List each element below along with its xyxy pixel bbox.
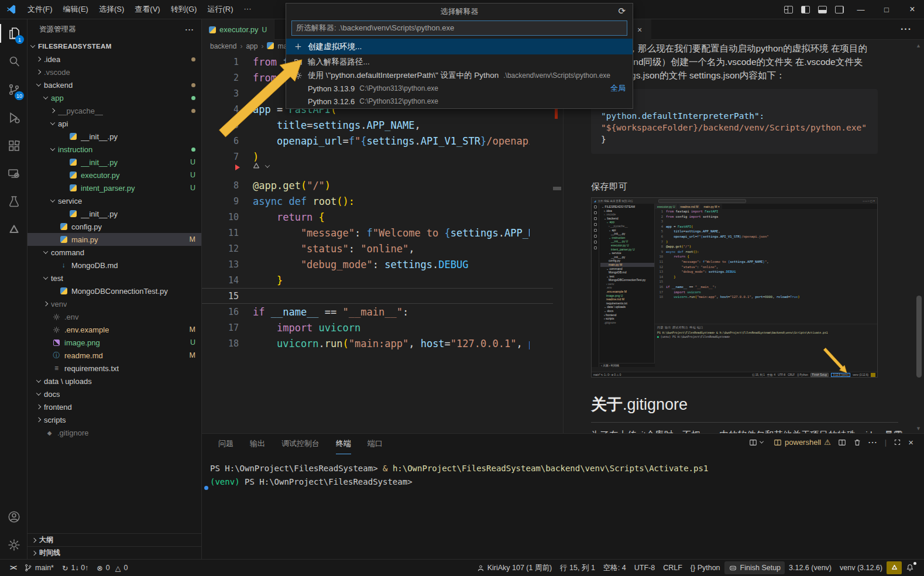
kill-terminal-icon[interactable] — [853, 438, 861, 447]
status-right-7[interactable]: 3.12.6 (venv) — [785, 561, 836, 574]
launch-profile-button[interactable] — [749, 438, 767, 447]
toggle-sidebar-icon[interactable] — [801, 6, 810, 13]
tree-item-filesreadsysteam[interactable]: FILESREADSYSTEAM — [28, 40, 201, 53]
maximize-panel-icon[interactable] — [894, 438, 901, 446]
tree-item-venv[interactable]: venv — [28, 297, 201, 310]
activity-source-control[interactable]: 10 — [0, 76, 28, 104]
command-decoration-dot[interactable] — [204, 486, 208, 490]
menu-6[interactable]: ··· — [238, 4, 256, 13]
panel-more-actions[interactable]: ··· — [868, 438, 878, 447]
status-right-2[interactable]: 空格: 4 — [599, 561, 630, 574]
menu-5[interactable]: 运行(R) — [202, 4, 238, 15]
quickpick-item-2[interactable]: 使用 \"python.defaultInterpreterPath\" 设置中… — [286, 69, 633, 82]
minimize-button[interactable]: — — [849, 0, 873, 19]
tree-item-.env[interactable]: .env — [28, 310, 201, 323]
editor-scrollbar[interactable] — [553, 53, 563, 433]
tree-item-main.py[interactable]: main.pyM — [28, 233, 201, 246]
terminal-output[interactable]: PS H:\OwnProject\FilesReadSysteam> & h:\… — [202, 462, 708, 489]
split-terminal-icon[interactable] — [838, 438, 846, 447]
menu-3[interactable]: 查看(V) — [129, 4, 165, 15]
quickpick-item-1[interactable]: 输入解释器路径... — [286, 54, 633, 69]
preview-more-actions[interactable]: ··· — [901, 24, 912, 35]
panel-tab-问题[interactable]: 问题 — [218, 434, 233, 454]
status-right-copilot[interactable]: Finish Setup — [724, 561, 785, 574]
activity-account[interactable] — [0, 503, 28, 531]
tree-item-requirements.txt[interactable]: ≡requirements.txt — [28, 362, 201, 375]
menu-2[interactable]: 选择(S) — [94, 4, 129, 15]
tree-item-__init__.py[interactable]: __init__.py — [28, 130, 201, 143]
quickpick-item-0[interactable]: 创建虚拟环境... — [286, 39, 633, 54]
activity-run-debug[interactable] — [0, 104, 28, 132]
menu-4[interactable]: 转到(G) — [166, 4, 202, 15]
quickpick-item-3[interactable]: Python 3.13.9C:\Python313\python.exe全局 — [286, 82, 633, 95]
tree-item-mongodb.md[interactable]: ↓MongoDB.md — [28, 259, 201, 272]
tree-item-service[interactable]: service — [28, 194, 201, 207]
tree-item-frontend[interactable]: frontend — [28, 400, 201, 413]
toggle-secondary-sidebar-icon[interactable] — [835, 6, 844, 13]
tree-item-.env.example[interactable]: .env.exampleM — [28, 323, 201, 336]
breadcrumb-item[interactable]: app — [246, 42, 257, 50]
status-right-4[interactable]: CRLF — [659, 561, 686, 574]
tree-item-scripts[interactable]: scripts — [28, 413, 201, 426]
activity-testing[interactable] — [0, 188, 28, 216]
scrollbar-thumb[interactable] — [553, 187, 561, 190]
tree-item-__pycache__[interactable]: __pycache__ — [28, 104, 201, 117]
sidebar-section-大纲[interactable]: 大纲 — [28, 533, 201, 546]
panel-tab-端口[interactable]: 端口 — [367, 434, 383, 454]
status-errwarn[interactable]: ⊗0△0 — [92, 561, 132, 574]
status-right-3[interactable]: UTF-8 — [630, 561, 659, 574]
close-panel-icon[interactable]: × — [908, 437, 913, 447]
activity-settings[interactable] — [0, 531, 28, 559]
tree-item-test[interactable]: test — [28, 272, 201, 284]
tree-item-__init__.py[interactable]: __init__.pyU — [28, 156, 201, 169]
status-branch[interactable]: main* — [20, 561, 58, 574]
activity-remote[interactable] — [0, 160, 28, 188]
activity-search[interactable] — [0, 47, 28, 76]
tree-item-api[interactable]: api — [28, 117, 201, 130]
quickpick-item-4[interactable]: Python 3.12.6C:\Python312\python.exe — [286, 95, 633, 108]
activity-ai[interactable] — [0, 216, 28, 244]
tab-executor-py[interactable]: executor.py U — [202, 19, 274, 40]
tree-item-.gitignore[interactable]: ◆.gitignore — [28, 426, 201, 439]
activity-explorer[interactable]: 1 — [0, 19, 28, 47]
status-remote[interactable]: >< — [6, 561, 20, 574]
menu-0[interactable]: 文件(F) — [22, 4, 58, 15]
tree-item-app[interactable]: app — [28, 91, 201, 104]
status-right-ai-gold[interactable] — [887, 561, 902, 574]
breadcrumb-item[interactable]: backend — [210, 42, 236, 50]
tree-item-.idea[interactable]: .idea — [28, 53, 201, 66]
tree-item-backend[interactable]: backend — [28, 78, 201, 91]
status-right-1[interactable]: 行 15, 列 1 — [556, 561, 599, 574]
terminal-tab-powershell[interactable]: powershell ⚠ — [774, 438, 831, 447]
tree-item-__init__.py[interactable]: __init__.py — [28, 207, 201, 220]
panel-tab-终端[interactable]: 终端 — [336, 434, 351, 454]
tree-item-readme.md[interactable]: ⓘreadme.mdM — [28, 349, 201, 362]
tree-item-mongodbconnectiontest.py[interactable]: MongoDBConnectionTest.py — [28, 284, 201, 297]
quickpick-input[interactable] — [291, 20, 627, 36]
preview-scrollbar-thumb[interactable] — [916, 296, 922, 378]
toggle-panel-icon[interactable] — [818, 6, 827, 13]
panel-tab-调试控制台[interactable]: 调试控制台 — [281, 434, 320, 454]
close-button[interactable]: × — [901, 0, 924, 19]
explorer-more-actions[interactable]: ··· — [186, 26, 195, 34]
tree-item-command[interactable]: command — [28, 246, 201, 259]
preview-scroll-down-icon[interactable]: ▼ — [916, 426, 921, 431]
preview-scroll-up-icon[interactable]: ▲ — [916, 43, 921, 49]
maximize-button[interactable]: □ — [875, 0, 898, 19]
tree-item-executor.py[interactable]: executor.pyU — [28, 169, 201, 181]
status-right-bell[interactable] — [902, 561, 918, 574]
status-right-person[interactable]: KiriAky 107 (1 周前) — [473, 561, 556, 574]
activity-extensions[interactable] — [0, 132, 28, 160]
sidebar-section-时间线[interactable]: 时间线 — [28, 546, 201, 559]
status-right-8[interactable]: venv (3.12.6) — [836, 561, 887, 574]
tree-item-intent_parser.py[interactable]: intent_parser.pyU — [28, 181, 201, 194]
tree-item-.vscode[interactable]: .vscode — [28, 66, 201, 78]
customize-layout-icon[interactable] — [784, 6, 793, 13]
copilot-inline-icon[interactable] — [252, 162, 273, 171]
tree-item-data-uploads[interactable]: data \ uploads — [28, 375, 201, 388]
tree-item-config.py[interactable]: config.py — [28, 220, 201, 233]
tree-item-docs[interactable]: docs — [28, 388, 201, 400]
menu-1[interactable]: 编辑(E) — [58, 4, 94, 15]
refresh-icon[interactable]: ⟳ — [618, 6, 626, 16]
tree-item-instruction[interactable]: instruction — [28, 143, 201, 156]
